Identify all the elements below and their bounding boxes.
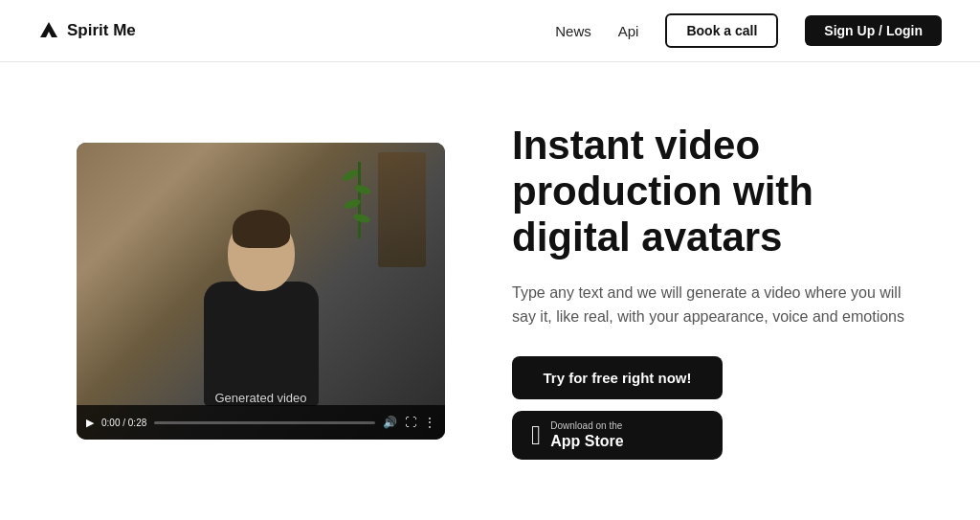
play-button[interactable]: ▶ xyxy=(86,417,94,429)
plant-decoration xyxy=(349,162,368,238)
nav-news-link[interactable]: News xyxy=(555,23,591,39)
try-free-button[interactable]: Try for free right now! xyxy=(512,356,723,399)
apple-icon:  xyxy=(531,422,541,449)
svg-marker-0 xyxy=(40,22,57,37)
book-call-button[interactable]: Book a call xyxy=(665,13,778,48)
nav-api-link[interactable]: Api xyxy=(618,23,639,39)
appstore-button[interactable]:  Download on the App Store xyxy=(512,411,723,460)
main-nav: News Api Book a call Sign Up / Login xyxy=(555,13,942,48)
appstore-big-text: App Store xyxy=(550,432,623,450)
logo-text: Spirit Me xyxy=(67,21,136,40)
hero-content: Instant video production with digital av… xyxy=(512,123,923,460)
more-options-icon[interactable]: ⋮ xyxy=(424,416,435,429)
volume-icon[interactable]: 🔊 xyxy=(383,416,397,429)
appstore-small-text: Download on the xyxy=(550,420,622,432)
hero-subtitle: Type any text and we will generate a vid… xyxy=(512,281,923,329)
appstore-text-group: Download on the App Store xyxy=(550,420,623,450)
person-figure xyxy=(185,215,338,406)
signup-login-button[interactable]: Sign Up / Login xyxy=(805,15,942,46)
video-generated-label: Generated video xyxy=(214,391,306,405)
wall-decor xyxy=(378,152,426,267)
hero-title: Instant video production with digital av… xyxy=(512,123,923,261)
video-progress-bar[interactable] xyxy=(154,421,375,424)
video-player[interactable]: Generated video ▶ 0:00 / 0:28 🔊 ⛶ ⋮ xyxy=(77,143,445,440)
fullscreen-icon[interactable]: ⛶ xyxy=(405,416,416,429)
video-time: 0:00 / 0:28 xyxy=(101,418,146,428)
video-controls-bar[interactable]: ▶ 0:00 / 0:28 🔊 ⛶ ⋮ xyxy=(77,405,445,440)
logo[interactable]: Spirit Me xyxy=(38,20,136,41)
spirit-me-logo-icon xyxy=(38,20,59,41)
